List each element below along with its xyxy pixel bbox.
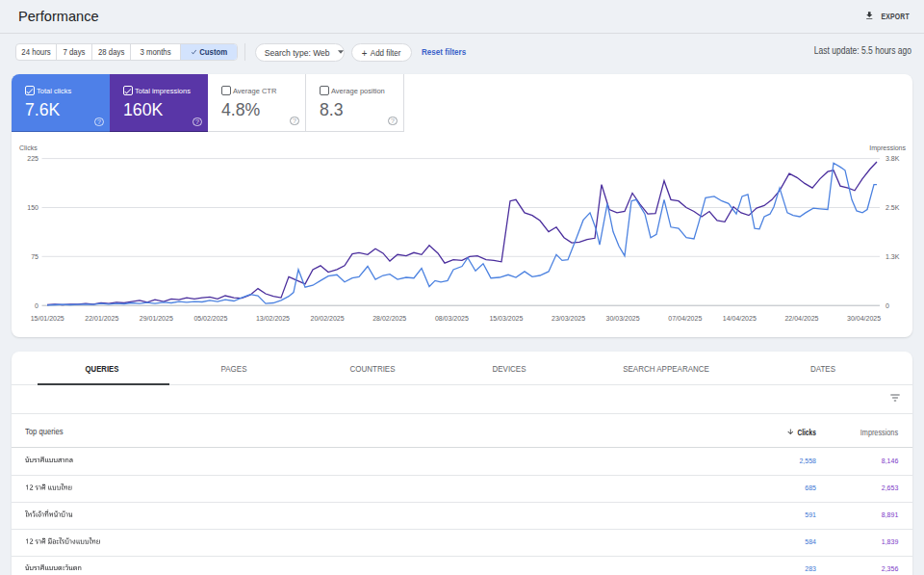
svg-text:29/01/2025: 29/01/2025 [140, 315, 173, 322]
svg-text:20/02/2025: 20/02/2025 [311, 315, 345, 322]
svg-text:22/04/2025: 22/04/2025 [784, 315, 818, 322]
svg-text:1.3K: 1.3K [886, 253, 900, 260]
svg-text:3.8K: 3.8K [886, 155, 900, 162]
svg-text:30/03/2025: 30/03/2025 [606, 315, 640, 322]
svg-text:15/01/2025: 15/01/2025 [31, 315, 64, 322]
svg-text:15/03/2025: 15/03/2025 [489, 315, 523, 322]
svg-text:75: 75 [31, 253, 38, 260]
svg-text:150: 150 [27, 204, 38, 211]
svg-text:2.5K: 2.5K [886, 204, 900, 211]
svg-text:22/01/2025: 22/01/2025 [85, 315, 118, 322]
svg-text:23/03/2025: 23/03/2025 [552, 315, 585, 322]
svg-text:08/03/2025: 08/03/2025 [435, 315, 469, 322]
svg-text:30/04/2025: 30/04/2025 [847, 315, 881, 322]
svg-text:14/04/2025: 14/04/2025 [723, 315, 757, 322]
svg-text:05/02/2025: 05/02/2025 [193, 315, 227, 322]
svg-text:13/02/2025: 13/02/2025 [256, 315, 290, 322]
svg-text:07/04/2025: 07/04/2025 [668, 315, 702, 322]
svg-text:28/02/2025: 28/02/2025 [372, 315, 406, 322]
svg-text:Impressions: Impressions [869, 144, 906, 152]
svg-text:0: 0 [886, 302, 889, 309]
svg-text:Clicks: Clicks [19, 144, 38, 151]
svg-text:225: 225 [27, 155, 38, 162]
svg-text:0: 0 [35, 302, 38, 309]
